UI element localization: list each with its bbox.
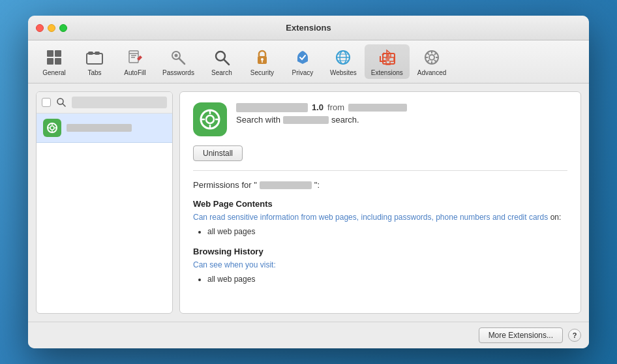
sidebar-search-icon [55, 96, 68, 109]
privacy-icon [292, 47, 313, 68]
main-window: Extensions General Tab [28, 16, 589, 348]
svg-line-34 [427, 60, 429, 62]
svg-line-12 [179, 59, 185, 65]
web-page-contents-desc-blue: Can read sensitive information from web … [193, 213, 548, 222]
svg-rect-1 [55, 50, 61, 57]
window-title: Extensions [286, 23, 331, 33]
svg-point-13 [175, 54, 178, 57]
svg-point-44 [206, 115, 214, 123]
privacy-label: Privacy [292, 69, 314, 76]
toolbar-item-search[interactable]: Search [202, 44, 241, 79]
svg-rect-7 [129, 51, 138, 63]
sidebar-ext-icon [43, 119, 61, 137]
toolbar-item-extensions[interactable]: Extensions [365, 44, 410, 79]
search-icon [211, 47, 232, 68]
toolbar-item-passwords[interactable]: Passwords [156, 44, 201, 79]
extension-search-prefix: Search with [236, 115, 280, 125]
extension-search-suffix: search. [331, 115, 359, 125]
websites-icon [333, 47, 354, 68]
passwords-label: Passwords [162, 69, 194, 76]
security-label: Security [250, 69, 274, 76]
web-page-contents-desc: Can read sensitive information from web … [193, 211, 567, 223]
toolbar-item-websites[interactable]: Websites [324, 44, 363, 79]
minimize-button[interactable] [48, 24, 55, 32]
sidebar-checkbox[interactable] [42, 98, 51, 107]
maximize-button[interactable] [59, 24, 67, 32]
extensions-icon [376, 47, 397, 68]
svg-rect-3 [55, 58, 61, 65]
web-page-contents-list-item: all web pages [207, 227, 567, 236]
security-icon [252, 47, 273, 68]
web-page-contents-heading: Web Page Contents [193, 199, 567, 209]
extension-search-row: Search with search. [236, 115, 567, 125]
content-area: 1.0 from Search with search. Uninstall P… [28, 83, 589, 322]
svg-line-33 [434, 53, 436, 55]
svg-line-31 [427, 53, 429, 55]
permission-section-webcontents: Web Page Contents Can read sensitive inf… [193, 199, 567, 236]
browsing-history-list-item: all web pages [207, 275, 567, 284]
extension-from: from [327, 102, 344, 112]
svg-point-26 [429, 55, 434, 60]
web-page-contents-list: all web pages [193, 227, 567, 236]
web-page-contents-desc-black: on: [550, 213, 562, 222]
tabs-icon [84, 47, 105, 68]
search-label: Search [211, 69, 232, 76]
toolbar-item-autofill[interactable]: AutoFill [115, 44, 155, 79]
svg-rect-5 [88, 52, 93, 55]
svg-line-36 [63, 104, 65, 106]
extension-search-name [283, 116, 329, 124]
extension-info: 1.0 from Search with search. [236, 102, 567, 125]
browsing-history-heading: Browsing History [193, 247, 567, 256]
extension-source-block [348, 104, 407, 112]
extension-header: 1.0 from Search with search. [193, 102, 567, 136]
main-panel: 1.0 from Search with search. Uninstall P… [179, 91, 581, 314]
toolbar-item-advanced[interactable]: Advanced [411, 44, 453, 79]
autofill-label: AutoFill [124, 69, 145, 76]
titlebar: Extensions [28, 16, 589, 40]
extension-name-block [236, 103, 308, 112]
toolbar-item-tabs[interactable]: Tabs [75, 44, 114, 79]
browsing-history-list: all web pages [193, 275, 567, 284]
help-button[interactable]: ? [568, 329, 581, 342]
toolbar-item-security[interactable]: Security [243, 44, 282, 79]
extension-title-row: 1.0 from [236, 102, 567, 112]
uninstall-button[interactable]: Uninstall [193, 145, 243, 161]
svg-rect-0 [47, 50, 53, 57]
advanced-icon [421, 47, 442, 68]
svg-rect-2 [47, 58, 53, 65]
permission-section-history: Browsing History Can see when you visit:… [193, 247, 567, 284]
permissions-name-block [260, 181, 312, 189]
tabs-label: Tabs [87, 69, 101, 76]
toolbar-item-privacy[interactable]: Privacy [283, 44, 322, 79]
traffic-lights [28, 24, 67, 32]
extension-version: 1.0 [312, 102, 324, 112]
footer: More Extensions... ? [28, 322, 589, 348]
permissions-prefix: Permissions for " [193, 180, 257, 190]
autofill-icon [125, 47, 145, 68]
browsing-history-desc-blue: Can see when you visit: [193, 260, 276, 269]
advanced-label: Advanced [417, 69, 446, 76]
sidebar-item-extension[interactable] [37, 114, 172, 143]
extension-big-icon [193, 102, 227, 136]
close-button[interactable] [36, 24, 44, 32]
permissions-suffix: ": [314, 180, 320, 190]
more-extensions-button[interactable]: More Extensions... [479, 327, 563, 343]
svg-rect-6 [95, 52, 100, 55]
general-icon [44, 47, 65, 68]
toolbar: General Tabs Aut [28, 40, 589, 83]
sidebar-ext-name [67, 124, 132, 132]
sidebar-header [37, 92, 172, 114]
svg-point-17 [261, 58, 263, 61]
permissions-title: Permissions for " ": [193, 180, 567, 190]
sidebar [36, 91, 173, 314]
svg-point-38 [50, 126, 54, 130]
svg-line-32 [434, 60, 436, 62]
extensions-label: Extensions [371, 69, 403, 76]
sidebar-search-bar [72, 97, 167, 108]
passwords-icon [168, 47, 188, 68]
general-label: General [42, 69, 66, 76]
toolbar-item-general[interactable]: General [35, 44, 74, 79]
divider [193, 170, 567, 171]
websites-label: Websites [330, 69, 357, 76]
svg-rect-4 [87, 53, 102, 64]
